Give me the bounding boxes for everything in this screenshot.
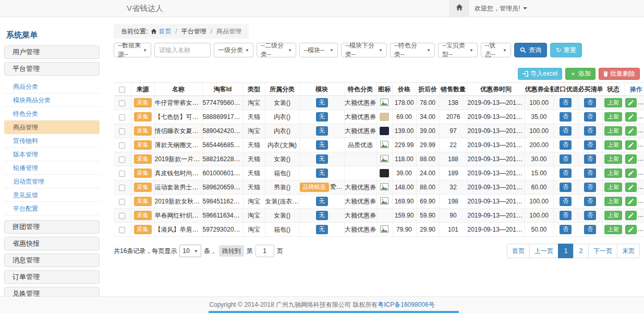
- status-badge[interactable]: 上架: [604, 154, 622, 164]
- edit-button[interactable]: [625, 225, 637, 234]
- pager-prev[interactable]: 上一页: [529, 244, 558, 258]
- filter-input-name[interactable]: [154, 43, 211, 57]
- sidebar-item-splash-page-mgmt[interactable]: 启动页管理: [4, 175, 100, 188]
- row-checkbox[interactable]: [119, 227, 125, 233]
- must-buy-cell: 否: [578, 110, 602, 124]
- filter-select-category-l2[interactable]: --二级分类--▼: [257, 43, 296, 57]
- icp-link[interactable]: 粤ICP备16098006号: [378, 300, 434, 309]
- must-buy-toggle[interactable]: 否: [584, 126, 596, 136]
- user-menu[interactable]: 欢迎您，管理员!: [475, 0, 527, 17]
- must-buy-toggle[interactable]: 否: [584, 197, 596, 206]
- row-checkbox[interactable]: [119, 185, 125, 191]
- import-choice-toggle[interactable]: 否: [560, 211, 572, 220]
- edit-button[interactable]: [625, 197, 637, 206]
- status-badge[interactable]: 上架: [604, 168, 622, 178]
- must-buy-toggle[interactable]: 否: [584, 112, 596, 122]
- import-choice-toggle[interactable]: 否: [560, 225, 572, 234]
- filter-select-data-source[interactable]: --数据来源--▼: [114, 43, 151, 57]
- sidebar-item-version-mgmt[interactable]: 版本管理: [4, 148, 100, 161]
- status-badge[interactable]: 上架: [604, 225, 622, 234]
- breadcrumb-separator: /: [210, 28, 213, 35]
- filter-select-item-type[interactable]: --宝贝类型--▼: [438, 43, 478, 57]
- edit-button[interactable]: [625, 211, 637, 220]
- search-button[interactable]: 查询: [514, 43, 547, 57]
- status-badge[interactable]: 上架: [604, 197, 622, 206]
- sidebar-item-feedback[interactable]: 意见反馈: [4, 188, 100, 202]
- edit-button[interactable]: [625, 140, 637, 150]
- must-buy-toggle[interactable]: 否: [584, 140, 596, 150]
- batch-delete-button[interactable]: 批量删除: [599, 68, 640, 80]
- edit-button[interactable]: [625, 126, 637, 136]
- jump-page-input[interactable]: [256, 245, 274, 257]
- jump-button[interactable]: 跳转到: [219, 245, 244, 257]
- filter-select-module-sub[interactable]: --模块下分类--▼: [341, 43, 387, 57]
- edit-button[interactable]: [625, 154, 637, 164]
- must-buy-toggle[interactable]: 否: [584, 154, 596, 164]
- sidebar-item-message-mgmt[interactable]: 消息管理: [4, 254, 100, 267]
- pager-page-2[interactable]: 2: [573, 244, 589, 258]
- filter-select-category-l1[interactable]: 一级分类▼: [214, 43, 253, 57]
- import-choice-toggle[interactable]: 否: [560, 126, 572, 136]
- broken-image-icon: [380, 199, 388, 206]
- import-choice-toggle[interactable]: 否: [560, 168, 572, 178]
- filter-select-module[interactable]: --模块--▼: [299, 43, 338, 57]
- sidebar-item-promo-material[interactable]: 宣传物料: [4, 134, 100, 148]
- reset-button[interactable]: ↻ 重置: [550, 43, 582, 57]
- filter-select-feature[interactable]: --特色分类--▼: [390, 43, 435, 57]
- sidebar-item-platform-mgmt[interactable]: 平台管理: [4, 62, 100, 76]
- import-choice-toggle[interactable]: 否: [560, 140, 572, 150]
- filter-select-status[interactable]: --状态--▼: [481, 43, 511, 57]
- import-excel-button[interactable]: 导入excel: [518, 68, 562, 80]
- must-buy-toggle[interactable]: 否: [584, 98, 596, 107]
- sidebar-item-feature-category[interactable]: 特色分类: [4, 107, 100, 121]
- row-checkbox[interactable]: [119, 128, 125, 135]
- status-badge[interactable]: 上架: [604, 112, 622, 122]
- select-all-checkbox[interactable]: [119, 87, 125, 93]
- edit-button[interactable]: [625, 112, 637, 122]
- sidebar-item-saving-news[interactable]: 省惠快报: [4, 237, 100, 250]
- row-checkbox[interactable]: [119, 114, 125, 121]
- home-button[interactable]: [449, 0, 469, 17]
- status-badge[interactable]: 上架: [604, 126, 622, 136]
- sidebar-item-platform-config[interactable]: 平台配置: [4, 202, 100, 215]
- sidebar-item-carousel-mgmt[interactable]: 轮播管理: [4, 161, 100, 175]
- row-checkbox[interactable]: [119, 142, 125, 149]
- status-badge[interactable]: 上架: [604, 211, 622, 220]
- import-choice-toggle[interactable]: 否: [560, 112, 572, 122]
- must-buy-toggle[interactable]: 否: [584, 211, 596, 220]
- row-checkbox[interactable]: [119, 156, 125, 163]
- status-badge[interactable]: 上架: [604, 140, 622, 150]
- pager-page-1[interactable]: 1: [558, 244, 574, 258]
- pager-next[interactable]: 下一页: [588, 244, 617, 258]
- edit-button[interactable]: [625, 98, 637, 107]
- sidebar-item-goods-mgmt[interactable]: 商品管理: [4, 121, 100, 134]
- row-checkbox[interactable]: [119, 199, 125, 205]
- sidebar-item-goods-category[interactable]: 商品分类: [4, 80, 100, 93]
- coupon-amount-cell: 100.00: [525, 195, 553, 209]
- breadcrumb-label: 当前位置:: [121, 27, 148, 36]
- import-choice-toggle[interactable]: 否: [560, 197, 572, 206]
- sidebar-item-module-goods-category[interactable]: 模块商品分类: [4, 93, 100, 107]
- sidebar-item-order-mgmt[interactable]: 订单管理: [4, 270, 100, 284]
- must-buy-toggle[interactable]: 否: [584, 168, 596, 178]
- breadcrumb-home-link[interactable]: 首页: [151, 27, 171, 36]
- import-choice-toggle[interactable]: 否: [560, 98, 572, 107]
- per-page-select[interactable]: 10▼: [179, 245, 201, 257]
- import-choice-toggle[interactable]: 否: [560, 154, 572, 164]
- name-cell: 【七色纺】可爱纯棉家...: [154, 110, 202, 124]
- edit-button[interactable]: [625, 183, 637, 192]
- edit-button[interactable]: [625, 168, 637, 178]
- sidebar-item-user-mgmt[interactable]: 用户管理: [4, 45, 100, 59]
- pager-first[interactable]: 首页: [507, 244, 530, 258]
- must-buy-toggle[interactable]: 否: [584, 183, 596, 192]
- row-checkbox[interactable]: [119, 100, 125, 106]
- import-choice-toggle[interactable]: 否: [560, 183, 572, 192]
- row-checkbox[interactable]: [119, 213, 125, 219]
- status-badge[interactable]: 上架: [604, 98, 622, 107]
- must-buy-toggle[interactable]: 否: [584, 225, 596, 234]
- status-badge[interactable]: 上架: [604, 183, 622, 192]
- row-checkbox[interactable]: [119, 171, 125, 177]
- sidebar-item-group-buy-mgmt[interactable]: 拼团管理: [4, 220, 100, 234]
- pager-last[interactable]: 末页: [617, 244, 640, 258]
- add-button[interactable]: ＋ 添加: [565, 68, 596, 80]
